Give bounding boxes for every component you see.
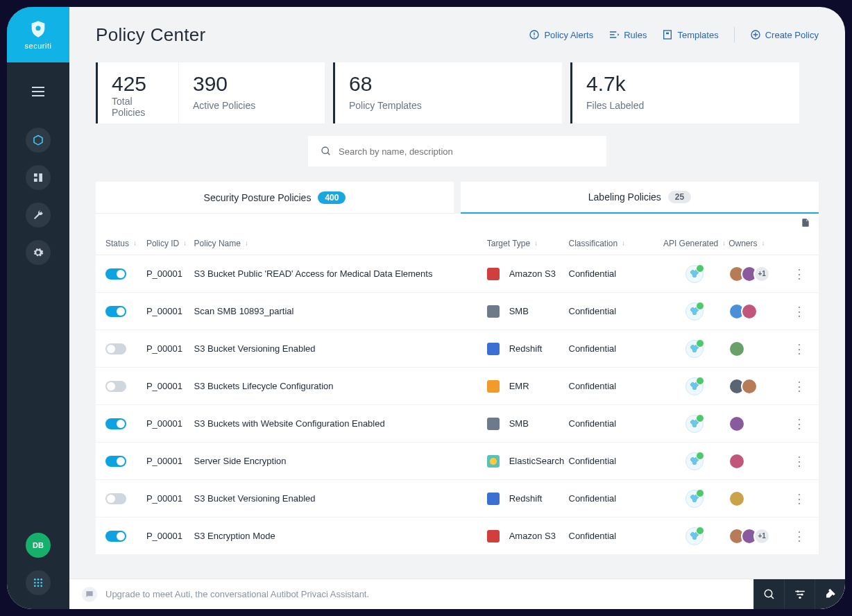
status-toggle[interactable] — [105, 268, 126, 280]
tab-labeling[interactable]: Labeling Policies 25 — [461, 182, 819, 214]
stat-label: Active Policies — [193, 100, 311, 111]
search-input[interactable] — [339, 146, 594, 157]
owner-avatar[interactable] — [741, 378, 758, 395]
col-id[interactable]: Policy ID↓ — [146, 239, 194, 248]
svg-rect-3 — [34, 178, 37, 182]
owner-avatar[interactable] — [729, 453, 745, 470]
target-type: Amazon S3 — [487, 530, 569, 542]
footer-build-button[interactable] — [815, 579, 845, 609]
footer-search-button[interactable] — [753, 579, 784, 609]
status-toggle[interactable] — [105, 531, 126, 542]
export-icon[interactable] — [801, 218, 810, 228]
svg-point-10 — [34, 585, 36, 587]
footer-message: Upgrade to meet Auti, the conversational… — [105, 589, 753, 599]
owner-avatar[interactable] — [741, 303, 758, 320]
owner-avatar[interactable] — [729, 490, 745, 507]
stat-value: 68 — [349, 72, 548, 96]
owners — [729, 453, 745, 470]
user-avatar[interactable]: DB — [26, 533, 51, 558]
policy-name: S3 Bucket Versioning Enabled — [194, 343, 487, 354]
rules-icon — [608, 29, 620, 40]
table-header: Status↓ Policy ID↓ Policy Name↓ Target T… — [96, 232, 819, 255]
wrench-icon — [33, 209, 44, 221]
table-row[interactable]: P_00001 S3 Bucket Public 'READ' Access f… — [96, 255, 819, 293]
target-icon — [487, 305, 500, 318]
templates-link[interactable]: Templates — [662, 29, 718, 40]
table-row[interactable]: P_00001 Scan SMB 10893_partial SMB Confi… — [96, 293, 819, 330]
policy-name: Scan SMB 10893_partial — [194, 306, 487, 316]
policy-alerts-link[interactable]: Policy Alerts — [529, 29, 593, 40]
status-toggle[interactable] — [105, 418, 126, 429]
sidebar-item-settings[interactable] — [26, 240, 51, 265]
rules-link[interactable]: Rules — [608, 29, 647, 40]
brand-text: securiti — [25, 42, 52, 50]
table-row[interactable]: P_00001 S3 Buckets Lifecycle Configurati… — [96, 368, 819, 405]
svg-point-9 — [40, 582, 42, 584]
table-row[interactable]: P_00001 S3 Bucket Versioning Enabled Red… — [96, 480, 819, 517]
status-toggle[interactable] — [105, 306, 126, 317]
classification: Confidential — [569, 493, 661, 504]
tab-count: 400 — [318, 191, 346, 204]
owner-more[interactable]: +1 — [753, 266, 770, 282]
owner-more[interactable]: +1 — [753, 528, 770, 545]
col-classification[interactable]: Classification↓ — [569, 239, 661, 248]
status-toggle[interactable] — [105, 381, 126, 392]
owners — [729, 490, 745, 507]
table-row[interactable]: P_00001 S3 Buckets with Website Configur… — [96, 405, 819, 443]
api-generated-badge — [685, 452, 704, 470]
classification: Confidential — [569, 418, 661, 429]
col-target[interactable]: Target Type↓ — [487, 239, 569, 248]
api-generated-badge — [685, 265, 704, 283]
policy-id: P_00001 — [146, 493, 194, 504]
target-icon — [487, 455, 500, 468]
policy-id: P_00001 — [146, 268, 194, 279]
target-type: EMR — [487, 380, 569, 393]
stat-value: 425 — [112, 72, 164, 96]
shield-icon — [28, 19, 48, 39]
tab-label: Security Posture Policies — [204, 192, 312, 203]
search-box[interactable] — [308, 136, 606, 166]
owner-avatar[interactable] — [729, 341, 745, 357]
policy-id: P_00001 — [146, 343, 194, 354]
stat-value: 4.7k — [586, 72, 785, 96]
col-owners[interactable]: Owners↓ — [729, 239, 790, 248]
stat-active-policies: 390 Active Policies — [179, 62, 325, 123]
tab-security-posture[interactable]: Security Posture Policies 400 — [96, 182, 454, 214]
policy-name: S3 Buckets with Website Configuration En… — [194, 418, 487, 429]
sidebar-item-apps[interactable] — [26, 570, 51, 595]
svg-point-17 — [322, 147, 328, 153]
create-policy-label: Create Policy — [765, 30, 819, 40]
brand-logo[interactable]: securiti — [7, 7, 69, 62]
sidebar-item-tools[interactable] — [26, 203, 51, 228]
svg-point-19 — [796, 590, 799, 592]
svg-point-11 — [37, 585, 40, 587]
col-status[interactable]: Status↓ — [105, 239, 146, 248]
policy-id: P_00001 — [146, 306, 194, 316]
target-icon — [487, 493, 500, 505]
table-row[interactable]: P_00001 S3 Bucket Versioning Enabled Red… — [96, 330, 819, 368]
policy-name: S3 Bucket Versioning Enabled — [194, 493, 487, 504]
col-api[interactable]: API Generated↓ — [661, 239, 729, 248]
owner-avatar[interactable] — [729, 416, 745, 432]
footer-filter-button[interactable] — [784, 579, 815, 609]
status-toggle[interactable] — [105, 493, 126, 504]
classification: Confidential — [569, 456, 661, 466]
sidebar-item-dashboard[interactable] — [26, 165, 51, 190]
chat-icon[interactable] — [82, 587, 97, 602]
svg-point-20 — [801, 594, 803, 596]
table-row[interactable]: P_00001 S3 Encryption Mode Amazon S3 Con… — [96, 517, 819, 555]
policy-alerts-label: Policy Alerts — [544, 30, 593, 40]
svg-point-14 — [534, 37, 536, 38]
target-icon — [487, 530, 500, 542]
stat-files-labeled: 4.7k Files Labeled — [570, 62, 799, 123]
sidebar-item-home[interactable] — [26, 128, 51, 153]
svg-point-5 — [37, 579, 40, 581]
status-toggle[interactable] — [105, 343, 126, 354]
status-toggle[interactable] — [105, 456, 126, 467]
target-type: Redshift — [487, 343, 569, 355]
create-policy-button[interactable]: Create Policy — [750, 29, 819, 40]
col-name[interactable]: Policy Name↓ — [194, 239, 487, 248]
menu-toggle-icon[interactable] — [26, 79, 51, 104]
table-toolbar — [96, 214, 819, 232]
table-row[interactable]: P_00001 Server Side Encryption ElasticSe… — [96, 443, 819, 480]
